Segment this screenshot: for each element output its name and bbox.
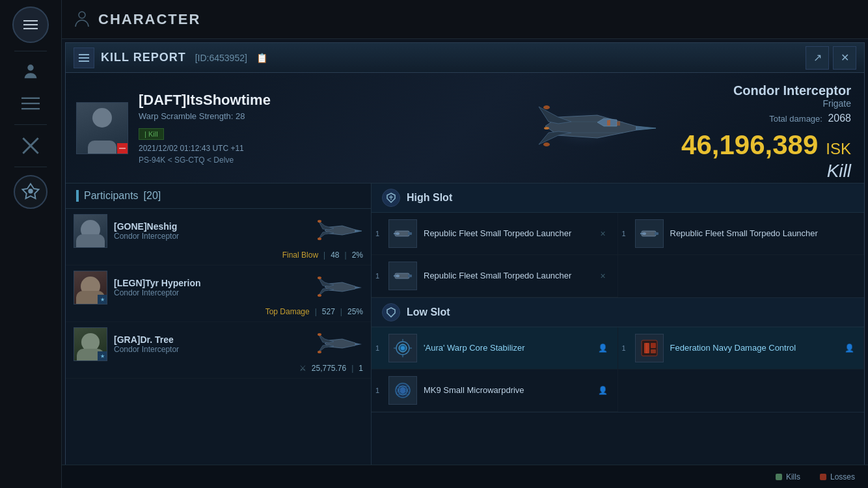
participant-name: [LEGN]Tyr Hyperion <box>114 278 305 288</box>
participant-role: Final Blow <box>282 251 318 260</box>
shield-high-icon <box>386 193 396 203</box>
kills-label: Kills <box>786 472 800 481</box>
svg-point-8 <box>28 189 33 194</box>
torpedo-launcher-icon <box>391 222 414 245</box>
participant-ship: Condor Interceptor <box>114 232 305 241</box>
svg-point-35 <box>318 277 321 279</box>
sidebar-icon-combat[interactable] <box>12 133 49 159</box>
participant-percent: 1 <box>359 364 363 373</box>
item-quantity: 1 <box>375 386 379 394</box>
list-item: 1 <box>372 327 618 370</box>
window-actions: ↗ ✕ <box>806 46 856 70</box>
participant-avatar-img <box>74 215 107 247</box>
header-char-icon <box>72 10 92 29</box>
hamburger-icon <box>23 20 38 29</box>
participant-info: [GRA]Dr. Tree Condor Interceptor <box>114 334 305 354</box>
participant-divider2: | <box>351 364 353 373</box>
window-content: [DAFT]ItsShowtime Warp Scramble Strength… <box>66 73 864 484</box>
damage-control-icon <box>638 336 661 360</box>
close-icon[interactable]: × <box>598 228 608 239</box>
item-name: Republic Fleet Small Torpedo Launcher <box>670 228 855 239</box>
svg-marker-14 <box>636 126 656 130</box>
close-button[interactable]: ✕ <box>833 46 856 70</box>
participant-damage: 48 <box>331 251 339 260</box>
sidebar-divider-1 <box>14 51 47 51</box>
header-title: CHARACTER <box>98 11 200 28</box>
window-menu-button[interactable] <box>74 47 94 68</box>
list-item: 1 Repub <box>618 213 865 255</box>
victim-avatar <box>76 102 128 154</box>
svg-marker-23 <box>607 120 610 126</box>
export-button[interactable]: ↗ <box>806 46 829 70</box>
list-item: 1 Repub <box>372 213 618 255</box>
ship-preview <box>500 73 669 183</box>
participant-percent: 25% <box>347 307 363 316</box>
bottom-bar: Kills Losses <box>62 465 868 488</box>
participant-bottom-row: ⚔ 25,775.76 | 1 <box>74 361 363 373</box>
high-slot-icon <box>382 189 400 207</box>
clipboard-icon[interactable]: 📋 <box>256 53 267 63</box>
svg-point-9 <box>79 12 85 18</box>
participants-bar-accent <box>76 190 79 202</box>
svg-point-29 <box>318 220 321 223</box>
kills-dot <box>776 474 782 480</box>
list-item: 1 <box>618 327 865 370</box>
kill-isk-label: ISK <box>826 140 851 158</box>
svg-point-0 <box>27 64 33 70</box>
participant-ship-svg <box>313 215 362 247</box>
participant-info: [GONE]Neshig Condor Interceptor <box>114 221 305 241</box>
victim-faction-badge <box>117 143 128 154</box>
warp-core-icon <box>391 336 414 360</box>
swords-icon <box>21 137 40 155</box>
svg-point-65 <box>401 346 405 350</box>
item-name: Federation Navy Damage Control <box>670 343 838 354</box>
sidebar-icon-menu2[interactable] <box>12 90 49 116</box>
item-icon <box>635 219 664 248</box>
kill-ship-type: Condor Interceptor <box>681 83 851 98</box>
losses-dot <box>820 474 826 480</box>
sidebar-badge-alliance[interactable] <box>14 175 47 209</box>
sidebar-menu-button[interactable] <box>12 7 49 43</box>
participant-ship-preview <box>311 215 363 247</box>
high-slot-items: 1 Repub <box>372 213 864 297</box>
participants-title: Participants <box>84 190 139 202</box>
svg-point-20 <box>544 127 549 129</box>
participant-ship-preview <box>311 328 363 360</box>
svg-point-30 <box>318 237 321 240</box>
sidebar-divider-3 <box>14 167 47 167</box>
main-panel: KILL REPORT [ID:6453952] 📋 ↗ ✕ <box>62 39 868 488</box>
kills-stat: Kills <box>776 472 800 481</box>
victim-section: [DAFT]ItsShowtime Warp Scramble Strength… <box>66 73 864 183</box>
item-name: MK9 Small Microwarpdrive <box>424 385 591 396</box>
svg-point-19 <box>543 142 550 146</box>
shield-low-icon <box>386 307 396 318</box>
participant-kill-icon: ⚔ <box>299 364 306 373</box>
svg-point-36 <box>318 294 321 297</box>
participant-top-row: ★ [GRA]Dr. Tree Condor Interceptor <box>74 327 363 361</box>
participant-divider2: | <box>340 307 342 316</box>
participant-ship-svg <box>313 329 362 360</box>
item-name: 'Aura' Warp Core Stabilizer <box>424 343 591 354</box>
list-item: 1 <box>372 370 618 412</box>
faction-icon <box>119 145 126 152</box>
high-slot-title: High Slot <box>407 192 452 204</box>
close-icon[interactable]: × <box>598 271 608 281</box>
close-icon: ✕ <box>841 51 849 64</box>
item-quantity: 1 <box>622 230 626 237</box>
svg-rect-73 <box>651 343 656 348</box>
svg-point-6 <box>29 144 33 148</box>
high-slot-section: High Slot 1 <box>372 183 864 298</box>
kill-report-window: KILL REPORT [ID:6453952] 📋 ↗ ✕ <box>65 42 865 485</box>
participant-ship: Condor Interceptor <box>114 288 305 297</box>
bottom-content: Participants [20] [GONE]Neshig Condor In… <box>66 183 864 484</box>
svg-marker-24 <box>617 121 620 126</box>
header-bar: CHARACTER <box>62 0 868 39</box>
sidebar-icon-character[interactable] <box>12 59 49 85</box>
list-item: 1 Repub <box>372 255 618 297</box>
low-slot-header: Low Slot <box>372 298 864 327</box>
participant-damage: 25,775.76 <box>312 364 346 373</box>
sidebar <box>0 0 62 488</box>
svg-rect-3 <box>21 108 40 109</box>
item-quantity: 1 <box>622 344 626 352</box>
participants-header: Participants [20] <box>66 183 371 209</box>
